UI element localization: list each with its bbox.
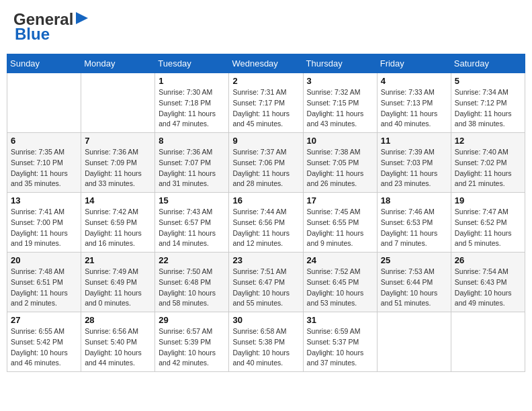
sunset-text: Sunset: 6:45 PM <box>307 277 373 288</box>
day-number: 3 <box>307 76 373 86</box>
sunrise-text: Sunrise: 7:48 AM <box>11 267 77 277</box>
sunrise-text: Sunrise: 7:47 AM <box>455 207 521 218</box>
daylight-text: Daylight: 11 hours and 26 minutes. <box>307 169 373 190</box>
calendar-cell: 2Sunrise: 7:31 AMSunset: 7:17 PMDaylight… <box>229 73 303 133</box>
calendar-cell: 21Sunrise: 7:49 AMSunset: 6:49 PMDayligh… <box>81 253 155 312</box>
sunrise-text: Sunrise: 7:31 AM <box>232 87 299 98</box>
day-detail: Sunrise: 6:55 AMSunset: 5:42 PMDaylight:… <box>11 326 77 369</box>
sunrise-text: Sunrise: 7:39 AM <box>381 147 447 158</box>
sunrise-text: Sunrise: 7:35 AM <box>11 147 77 158</box>
day-number: 26 <box>455 255 521 265</box>
logo: General Blue <box>13 10 89 44</box>
day-detail: Sunrise: 6:57 AMSunset: 5:39 PMDaylight:… <box>159 326 225 369</box>
sunrise-text: Sunrise: 7:53 AM <box>381 267 447 277</box>
calendar-cell: 30Sunrise: 6:58 AMSunset: 5:38 PMDayligh… <box>229 312 303 372</box>
sunset-text: Sunset: 7:06 PM <box>232 158 299 169</box>
calendar-cell: 24Sunrise: 7:52 AMSunset: 6:45 PMDayligh… <box>303 253 377 312</box>
day-number: 11 <box>381 136 447 146</box>
daylight-text: Daylight: 11 hours and 28 minutes. <box>232 169 299 190</box>
day-number: 23 <box>232 255 299 265</box>
day-number: 14 <box>85 195 151 205</box>
sunrise-text: Sunrise: 6:56 AM <box>85 326 151 337</box>
day-detail: Sunrise: 6:59 AMSunset: 5:37 PMDaylight:… <box>307 326 373 369</box>
day-detail: Sunrise: 7:44 AMSunset: 6:56 PMDaylight:… <box>232 207 299 249</box>
calendar-cell: 15Sunrise: 7:43 AMSunset: 6:57 PMDayligh… <box>155 193 229 253</box>
calendar-cell: 26Sunrise: 7:54 AMSunset: 6:43 PMDayligh… <box>451 253 525 312</box>
sunset-text: Sunset: 6:48 PM <box>159 277 225 288</box>
calendar-cell: 6Sunrise: 7:35 AMSunset: 7:10 PMDaylight… <box>7 133 81 193</box>
sunrise-text: Sunrise: 7:44 AM <box>232 207 299 218</box>
sunrise-text: Sunrise: 6:55 AM <box>11 326 77 337</box>
calendar-cell: 10Sunrise: 7:38 AMSunset: 7:05 PMDayligh… <box>303 133 377 193</box>
daylight-text: Daylight: 11 hours and 5 minutes. <box>455 228 521 250</box>
day-detail: Sunrise: 7:38 AMSunset: 7:05 PMDaylight:… <box>307 147 373 189</box>
day-number: 2 <box>232 76 299 86</box>
daylight-text: Daylight: 11 hours and 12 minutes. <box>232 228 299 250</box>
day-of-week-header: Tuesday <box>155 54 229 73</box>
calendar-cell: 13Sunrise: 7:41 AMSunset: 7:00 PMDayligh… <box>7 193 81 253</box>
sunrise-text: Sunrise: 6:59 AM <box>307 326 373 337</box>
day-number: 12 <box>455 136 521 146</box>
day-detail: Sunrise: 7:35 AMSunset: 7:10 PMDaylight:… <box>11 147 77 189</box>
sunset-text: Sunset: 7:15 PM <box>307 98 373 109</box>
day-number: 13 <box>11 195 77 205</box>
calendar-table: SundayMondayTuesdayWednesdayThursdayFrid… <box>7 54 525 372</box>
calendar-week-row: 6Sunrise: 7:35 AMSunset: 7:10 PMDaylight… <box>7 133 525 193</box>
daylight-text: Daylight: 11 hours and 7 minutes. <box>381 228 447 250</box>
day-detail: Sunrise: 6:58 AMSunset: 5:38 PMDaylight:… <box>232 326 299 369</box>
day-detail: Sunrise: 7:43 AMSunset: 6:57 PMDaylight:… <box>159 207 225 249</box>
sunrise-text: Sunrise: 7:38 AM <box>307 147 373 158</box>
day-detail: Sunrise: 6:56 AMSunset: 5:40 PMDaylight:… <box>85 326 151 369</box>
daylight-text: Daylight: 10 hours and 42 minutes. <box>159 348 225 369</box>
day-number: 20 <box>11 255 77 265</box>
sunset-text: Sunset: 6:44 PM <box>381 277 447 288</box>
logo-blue: Blue <box>15 25 50 44</box>
day-detail: Sunrise: 7:37 AMSunset: 7:06 PMDaylight:… <box>232 147 299 189</box>
day-detail: Sunrise: 7:46 AMSunset: 6:53 PMDaylight:… <box>381 207 447 249</box>
sunrise-text: Sunrise: 7:40 AM <box>455 147 521 158</box>
day-number: 10 <box>307 136 373 146</box>
daylight-text: Daylight: 11 hours and 40 minutes. <box>381 109 447 130</box>
sunset-text: Sunset: 7:09 PM <box>85 158 151 169</box>
calendar-cell: 5Sunrise: 7:34 AMSunset: 7:12 PMDaylight… <box>451 73 525 133</box>
sunset-text: Sunset: 5:37 PM <box>307 337 373 348</box>
daylight-text: Daylight: 11 hours and 0 minutes. <box>85 288 151 310</box>
day-detail: Sunrise: 7:36 AMSunset: 7:07 PMDaylight:… <box>159 147 225 189</box>
day-number: 15 <box>159 195 225 205</box>
day-number: 19 <box>455 195 521 205</box>
day-detail: Sunrise: 7:51 AMSunset: 6:47 PMDaylight:… <box>232 267 299 309</box>
day-detail: Sunrise: 7:34 AMSunset: 7:12 PMDaylight:… <box>455 87 521 130</box>
sunset-text: Sunset: 5:42 PM <box>11 337 77 348</box>
day-detail: Sunrise: 7:45 AMSunset: 6:55 PMDaylight:… <box>307 207 373 249</box>
calendar-cell <box>81 73 155 133</box>
day-number: 8 <box>159 136 225 146</box>
day-number: 4 <box>381 76 447 86</box>
day-number: 16 <box>232 195 299 205</box>
day-of-week-header: Saturday <box>451 54 525 73</box>
sunrise-text: Sunrise: 7:49 AM <box>85 267 151 277</box>
sunset-text: Sunset: 6:53 PM <box>381 218 447 228</box>
calendar-cell: 22Sunrise: 7:50 AMSunset: 6:48 PMDayligh… <box>155 253 229 312</box>
day-detail: Sunrise: 7:40 AMSunset: 7:02 PMDaylight:… <box>455 147 521 189</box>
daylight-text: Daylight: 11 hours and 31 minutes. <box>159 169 225 190</box>
day-number: 30 <box>232 315 299 325</box>
day-number: 24 <box>307 255 373 265</box>
calendar-cell <box>377 312 451 372</box>
daylight-text: Daylight: 11 hours and 35 minutes. <box>11 169 77 190</box>
calendar-cell: 12Sunrise: 7:40 AMSunset: 7:02 PMDayligh… <box>451 133 525 193</box>
calendar-week-row: 1Sunrise: 7:30 AMSunset: 7:18 PMDaylight… <box>7 73 525 133</box>
calendar-cell: 27Sunrise: 6:55 AMSunset: 5:42 PMDayligh… <box>7 312 81 372</box>
daylight-text: Daylight: 10 hours and 40 minutes. <box>232 348 299 369</box>
day-number: 17 <box>307 195 373 205</box>
calendar-cell: 8Sunrise: 7:36 AMSunset: 7:07 PMDaylight… <box>155 133 229 193</box>
day-detail: Sunrise: 7:31 AMSunset: 7:17 PMDaylight:… <box>232 87 299 130</box>
sunrise-text: Sunrise: 7:36 AM <box>159 147 225 158</box>
sunset-text: Sunset: 6:52 PM <box>455 218 521 228</box>
sunset-text: Sunset: 6:49 PM <box>85 277 151 288</box>
day-detail: Sunrise: 7:48 AMSunset: 6:51 PMDaylight:… <box>11 267 77 309</box>
sunset-text: Sunset: 5:39 PM <box>159 337 225 348</box>
sunset-text: Sunset: 7:12 PM <box>455 98 521 109</box>
calendar-cell: 20Sunrise: 7:48 AMSunset: 6:51 PMDayligh… <box>7 253 81 312</box>
daylight-text: Daylight: 11 hours and 38 minutes. <box>455 109 521 130</box>
calendar-cell: 19Sunrise: 7:47 AMSunset: 6:52 PMDayligh… <box>451 193 525 253</box>
